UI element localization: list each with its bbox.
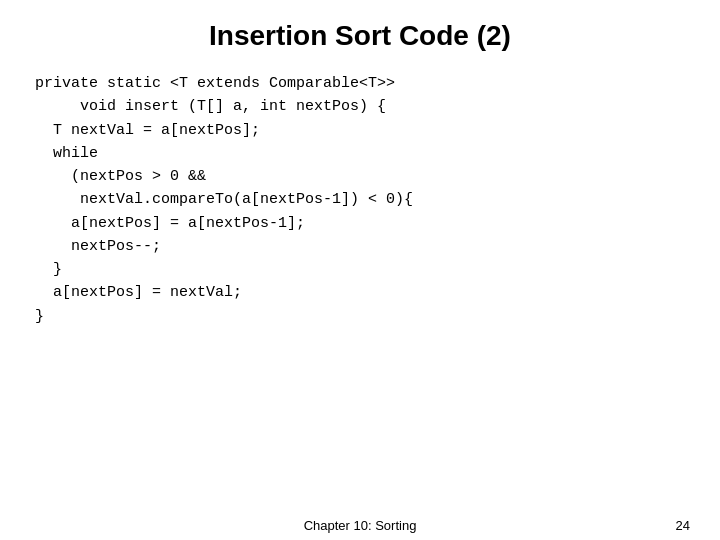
slide-title: Insertion Sort Code (2) [30,20,690,52]
code-line-6: nextVal.compareTo(a[nextPos-1]) < 0){ [35,191,413,208]
slide-container: Insertion Sort Code (2) private static <… [0,0,720,540]
code-line-7: a[nextPos] = a[nextPos-1]; [35,215,305,232]
code-line-2: void insert (T[] a, int nextPos) { [35,98,386,115]
code-line-11: } [35,308,44,325]
footer-chapter: Chapter 10: Sorting [304,518,417,533]
code-line-1: private static <T extends Comparable<T>> [35,75,395,92]
code-line-10: a[nextPos] = nextVal; [35,284,242,301]
code-block: private static <T extends Comparable<T>>… [30,72,690,520]
footer-page: 24 [676,518,690,533]
code-line-4: while [35,145,98,162]
code-line-9: } [35,261,62,278]
code-line-8: nextPos--; [35,238,161,255]
code-line-3: T nextVal = a[nextPos]; [35,122,260,139]
code-line-5: (nextPos > 0 && [35,168,206,185]
